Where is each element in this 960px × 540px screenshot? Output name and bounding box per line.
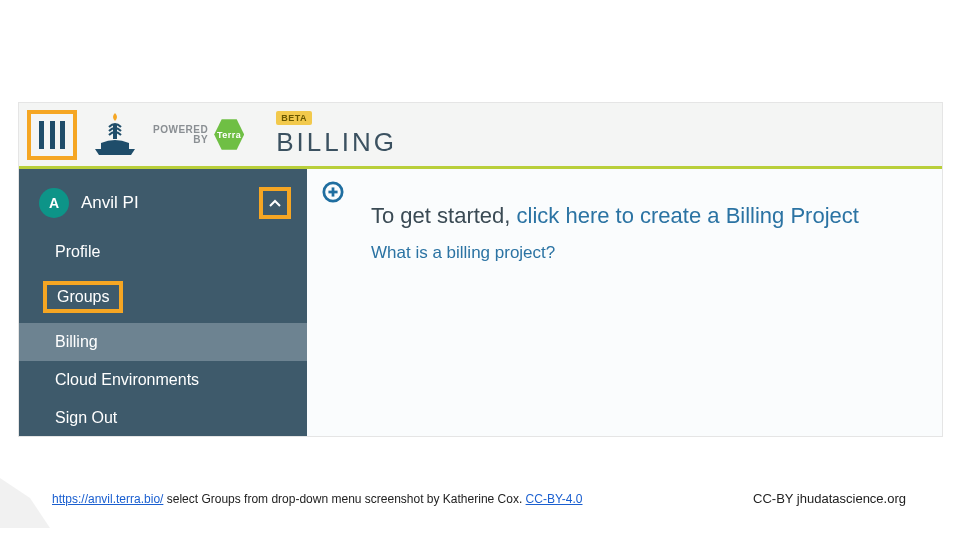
menu-item-label: Billing [55,333,98,350]
user-menu-list: Profile Groups Billing Cloud Environment… [19,233,307,437]
main-row: A Anvil PI Profile Groups Billing [19,169,942,436]
menu-item-billing[interactable]: Billing [19,323,307,361]
content-area: To get started, click here to create a B… [307,169,942,436]
collapse-menu-button[interactable] [259,187,291,219]
menu-item-label: Profile [55,243,100,260]
powered-label-top: POWERED [153,125,208,135]
menu-item-label: Groups [43,281,123,313]
avatar: A [39,188,69,218]
cta-line: To get started, click here to create a B… [371,203,922,229]
hamburger-icon [39,121,65,149]
add-billing-project-icon[interactable] [322,181,344,203]
powered-by-terra: POWERED BY Terra [153,118,244,152]
app-shell: POWERED BY Terra BETA BILLING A Anv [18,102,943,437]
menu-item-label: Sign Out [55,409,117,426]
page-title: BILLING [276,127,397,158]
create-billing-project-link[interactable]: click here to create a Billing Project [517,203,859,228]
beta-badge: BETA [276,111,312,125]
user-row[interactable]: A Anvil PI [19,179,307,233]
menu-item-sign-out[interactable]: Sign Out [19,399,307,437]
license-link[interactable]: CC-BY-4.0 [526,492,583,506]
cta-prefix: To get started, [371,203,517,228]
page-title-block: BETA BILLING [276,111,397,158]
footer-caption: https://anvil.terra.bio/ select Groups f… [52,492,583,506]
powered-label-bottom: BY [153,135,208,145]
footer-attribution: CC-BY jhudatascience.org [753,491,906,506]
menu-item-cloud-environments[interactable]: Cloud Environments [19,361,307,399]
what-is-billing-project-link[interactable]: What is a billing project? [371,243,922,263]
hamburger-menu-button[interactable] [27,110,77,160]
chevron-up-icon [269,199,281,207]
source-url-link[interactable]: https://anvil.terra.bio/ [52,492,163,506]
terra-logo-icon: Terra [214,118,244,152]
user-menu-dropdown: A Anvil PI Profile Groups Billing [19,169,307,436]
menu-item-groups[interactable]: Groups [19,271,307,323]
menu-item-profile[interactable]: Profile [19,233,307,271]
topbar: POWERED BY Terra BETA BILLING [19,103,942,169]
decorative-corner [0,478,50,528]
anvil-logo [91,111,139,159]
menu-item-label: Cloud Environments [55,371,199,388]
user-name: Anvil PI [81,193,247,213]
footer-text: select Groups from drop-down menu screen… [163,492,525,506]
